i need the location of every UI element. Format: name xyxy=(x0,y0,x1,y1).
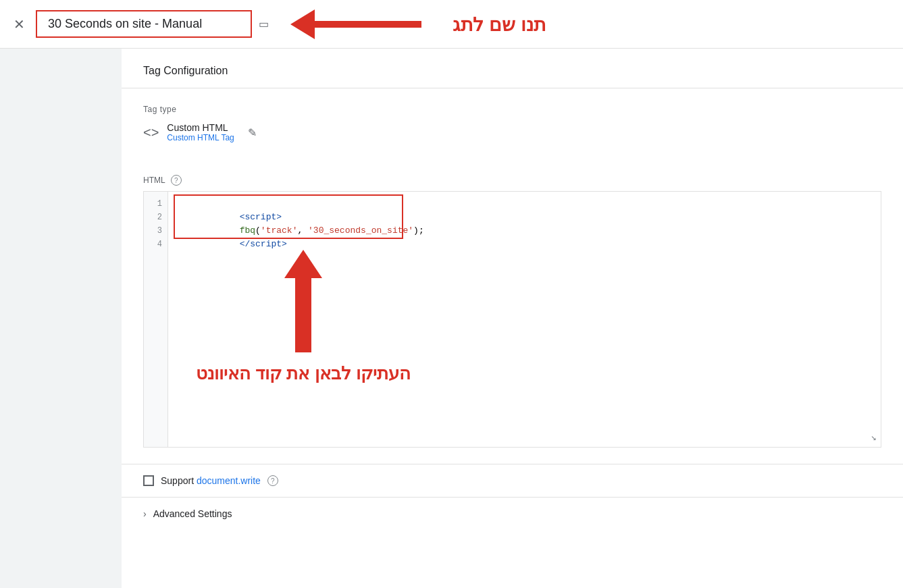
html-label: HTML xyxy=(143,176,165,185)
left-arrow xyxy=(290,9,421,39)
support-prefix: Support xyxy=(161,475,197,486)
code-editor[interactable]: 1 2 3 4 <script> fbq('track', '30_second… xyxy=(143,191,881,448)
line-num-3: 3 xyxy=(144,224,167,238)
tag-config-section: Tag type <> Custom HTML Custom HTML Tag … xyxy=(122,88,903,175)
tag-type-label: Tag type xyxy=(143,105,881,114)
section-title: Tag Configuration xyxy=(122,49,903,88)
top-bar: ✕ ▭ תנו שם לתג xyxy=(0,0,903,49)
support-doc-checkbox[interactable] xyxy=(143,475,154,486)
resize-handle[interactable]: ↘ xyxy=(871,431,877,443)
script-open-tag: <script> xyxy=(240,212,282,222)
event-string: '30_seconds_on_site' xyxy=(308,225,413,236)
code-lines-container: 1 2 3 4 <script> fbq('track', '30_second… xyxy=(144,192,881,447)
support-doc-link[interactable]: document.write xyxy=(197,475,261,486)
tag-type-info: Custom HTML Custom HTML Tag xyxy=(167,122,234,142)
code-line-1: <script> xyxy=(176,197,873,211)
chevron-right-icon: › xyxy=(143,508,147,519)
tag-name-input[interactable] xyxy=(36,10,252,38)
main-content: Tag Configuration Tag type <> Custom HTM… xyxy=(122,49,903,588)
paren-close: ); xyxy=(413,225,424,236)
code-content[interactable]: <script> fbq('track', '30_seconds_on_sit… xyxy=(168,192,881,447)
tag-type-sub: Custom HTML Tag xyxy=(167,133,234,142)
arrow-head-left-icon xyxy=(290,9,315,39)
fbq-func: fbq xyxy=(240,225,255,236)
line-num-4: 4 xyxy=(144,238,167,251)
edit-icon[interactable]: ✎ xyxy=(248,126,257,139)
folder-icon[interactable]: ▭ xyxy=(259,18,269,30)
support-doc-label: Support document.write xyxy=(161,475,261,486)
line-num-2: 2 xyxy=(144,211,167,224)
advanced-settings-row[interactable]: › Advanced Settings xyxy=(122,497,903,530)
script-close-tag: </script> xyxy=(240,239,287,249)
support-help-icon[interactable]: ? xyxy=(267,475,278,486)
html-section: HTML ? 1 2 3 4 <script> fbq('t xyxy=(122,175,903,464)
arrow-shaft-horizontal xyxy=(313,21,421,28)
close-button[interactable]: ✕ xyxy=(11,14,28,35)
line-num-1: 1 xyxy=(144,197,167,211)
advanced-label: Advanced Settings xyxy=(153,508,232,519)
paren-open: ( xyxy=(255,225,261,236)
sidebar xyxy=(0,49,122,588)
html-help-icon[interactable]: ? xyxy=(171,175,182,186)
support-doc-row: Support document.write ? xyxy=(122,464,903,497)
track-string: 'track' xyxy=(261,225,298,236)
comma: , xyxy=(297,225,308,236)
tag-type-name: Custom HTML xyxy=(167,122,234,133)
tag-type-row: <> Custom HTML Custom HTML Tag ✎ xyxy=(143,122,881,142)
code-icon: <> xyxy=(143,125,159,140)
line-numbers: 1 2 3 4 xyxy=(144,192,168,447)
top-annotation-text: תנו שם לתג xyxy=(453,14,546,36)
html-label-row: HTML ? xyxy=(143,175,881,186)
top-annotation: תנו שם לתג xyxy=(290,9,546,39)
